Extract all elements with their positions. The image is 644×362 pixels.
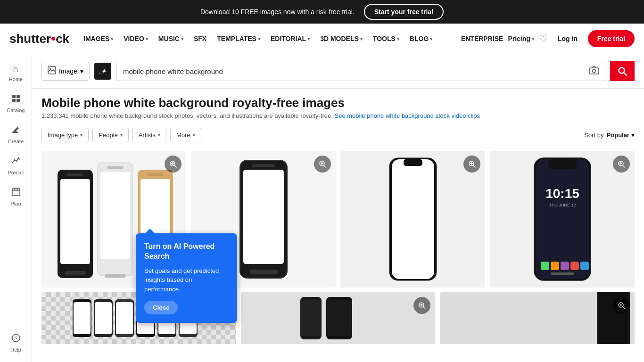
search-bar-container: Image ▾ .✦ xyxy=(32,54,644,89)
svg-rect-0 xyxy=(12,95,16,98)
svg-rect-43 xyxy=(392,159,434,279)
search-button[interactable] xyxy=(610,61,635,81)
nav-images[interactable]: IMAGES ▾ xyxy=(79,31,118,46)
filter-artists[interactable]: Artists ▾ xyxy=(132,128,166,142)
nav-video[interactable]: VIDEO ▾ xyxy=(119,31,153,46)
nav-pricing[interactable]: Pricing ▾ xyxy=(508,35,534,42)
svg-rect-25 xyxy=(105,274,126,278)
svg-rect-36 xyxy=(252,164,275,167)
content: Image ▾ .✦ Mobile phone white background… xyxy=(32,54,644,362)
sidebar-item-plan[interactable]: Plan xyxy=(0,182,32,211)
logo[interactable]: shutterck xyxy=(9,32,69,46)
svg-rect-35 xyxy=(243,170,284,264)
svg-rect-21 xyxy=(65,271,86,275)
video-clips-link[interactable]: See mobile phone white background stock … xyxy=(335,112,480,119)
svg-rect-61 xyxy=(580,262,589,270)
nav-3d-models-arrow: ▾ xyxy=(360,36,363,41)
nav-tools[interactable]: TOOLS ▾ xyxy=(368,31,404,46)
top-banner: Download 10 FREE images now with a risk-… xyxy=(0,0,644,24)
filter-image-type[interactable]: Image type ▾ xyxy=(41,128,89,142)
svg-rect-2 xyxy=(12,99,16,102)
nav-3d-models[interactable]: 3D MODELS ▾ xyxy=(315,31,367,46)
sidebar-item-predict[interactable]: Predict xyxy=(0,151,32,180)
sidebar-item-help[interactable]: ? Help xyxy=(0,329,32,357)
nav-tools-arrow: ▾ xyxy=(397,36,399,41)
zoom-btn-2[interactable] xyxy=(314,156,331,173)
image-card-4[interactable]: 10:15 THU JUNE 12 xyxy=(490,151,635,288)
svg-rect-20 xyxy=(67,173,83,176)
nav-music[interactable]: MUSIC ▾ xyxy=(154,31,188,46)
results-header: Mobile phone white background royalty-fr… xyxy=(32,89,644,124)
filter-people[interactable]: People ▾ xyxy=(92,128,128,142)
plan-icon xyxy=(11,187,21,199)
svg-rect-6 xyxy=(12,189,20,196)
search-input[interactable] xyxy=(116,63,583,80)
svg-line-63 xyxy=(623,165,625,167)
nav-sfx[interactable]: SFX xyxy=(189,31,211,46)
image-card-bottom-2[interactable] xyxy=(241,292,436,344)
svg-rect-12 xyxy=(48,66,56,74)
nav-enterprise[interactable]: ENTERPRISE xyxy=(461,35,503,42)
svg-rect-1 xyxy=(17,95,20,98)
sidebar-item-catalog[interactable]: Catalog xyxy=(0,89,32,118)
svg-line-47 xyxy=(473,165,475,167)
sort-select[interactable]: Popular ▾ xyxy=(607,132,635,139)
more-arrow: ▾ xyxy=(193,132,195,138)
sidebar: ⌂ Home Catalog Create Predict Plan xyxy=(0,54,32,362)
svg-rect-71 xyxy=(116,302,133,334)
ai-close-button[interactable]: Close xyxy=(144,301,178,314)
svg-line-31 xyxy=(174,165,176,167)
create-icon xyxy=(11,125,21,137)
nav-blog-arrow: ▾ xyxy=(430,36,432,41)
camera-search-icon[interactable] xyxy=(583,62,605,81)
svg-rect-56 xyxy=(551,272,574,275)
zoom-btn-3[interactable] xyxy=(463,156,480,173)
svg-rect-3 xyxy=(17,99,20,102)
banner-cta-button[interactable]: Start your free trial xyxy=(364,4,444,20)
filters-row: Image type ▾ People ▾ Artists ▾ More ▾ S… xyxy=(32,124,644,146)
filter-more[interactable]: More ▾ xyxy=(170,128,201,142)
svg-text:THU JUNE 12: THU JUNE 12 xyxy=(549,203,576,207)
favorites-icon[interactable]: ♡ xyxy=(539,33,547,44)
main-layout: ⌂ Home Catalog Create Predict Plan xyxy=(0,54,644,362)
zoom-btn-1[interactable] xyxy=(165,156,182,173)
zoom-btn-4[interactable] xyxy=(613,156,630,173)
login-button[interactable]: Log in xyxy=(552,31,583,46)
ai-search-badge[interactable]: .✦ xyxy=(94,63,111,80)
svg-rect-85 xyxy=(327,300,351,336)
ai-tooltip: Turn on AI Powered Search Set goals and … xyxy=(136,233,237,323)
image-card-bottom-3[interactable] xyxy=(440,292,635,344)
svg-rect-69 xyxy=(95,302,112,334)
nav-images-arrow: ▾ xyxy=(111,36,113,41)
image-card-3[interactable] xyxy=(340,151,485,288)
nav-blog[interactable]: BLOG ▾ xyxy=(405,31,437,46)
svg-rect-37 xyxy=(249,270,278,274)
free-trial-button[interactable]: Free trial xyxy=(588,30,635,47)
image-grid: 10:15 THU JUNE 12 xyxy=(32,146,644,292)
svg-rect-24 xyxy=(107,166,124,169)
sidebar-item-home[interactable]: ⌂ Home xyxy=(0,59,32,87)
ai-tooltip-title: Turn on AI Powered Search xyxy=(144,242,229,262)
sidebar-item-create[interactable]: Create xyxy=(0,120,32,149)
search-input-wrapper xyxy=(116,62,605,81)
sort-arrow: ▾ xyxy=(631,132,635,139)
catalog-icon xyxy=(11,94,21,106)
svg-rect-83 xyxy=(301,300,321,336)
nav-video-arrow: ▾ xyxy=(146,36,148,41)
zoom-btn-7[interactable] xyxy=(613,297,630,314)
home-icon: ⌂ xyxy=(13,64,18,74)
help-icon: ? xyxy=(11,333,21,345)
image-type-arrow: ▾ xyxy=(80,132,83,138)
nav-music-arrow: ▾ xyxy=(181,36,183,41)
svg-text:?: ? xyxy=(15,336,17,341)
search-type-select[interactable]: Image ▾ xyxy=(41,62,90,81)
svg-line-93 xyxy=(623,307,625,309)
people-arrow: ▾ xyxy=(120,132,123,138)
svg-rect-59 xyxy=(561,262,569,270)
nav-editorial[interactable]: EDITORIAL ▾ xyxy=(266,31,314,46)
image-type-icon xyxy=(48,66,56,76)
logo-dot xyxy=(51,37,55,41)
svg-rect-14 xyxy=(589,68,599,74)
sort-by-section: Sort by Popular ▾ xyxy=(584,132,635,139)
nav-templates[interactable]: TEMPLATES ▾ xyxy=(212,31,265,46)
